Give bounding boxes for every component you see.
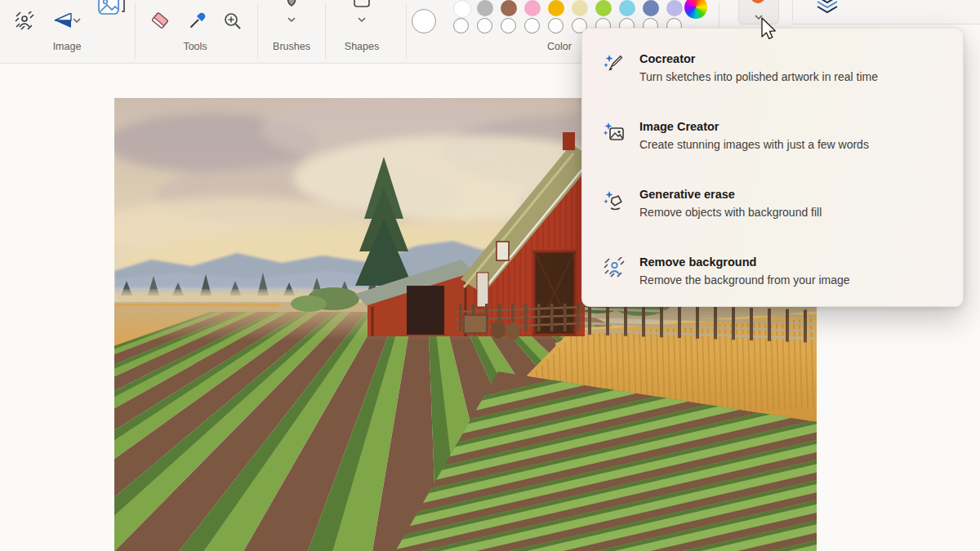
color-swatch[interactable] <box>453 0 471 18</box>
color-swatch-empty[interactable] <box>477 18 492 33</box>
color-swatch-empty[interactable] <box>524 18 540 33</box>
magnifier-tool-icon[interactable] <box>223 11 243 34</box>
menu-item-remove-background[interactable]: Remove background Remove the background … <box>582 255 963 297</box>
section-divider <box>406 3 407 59</box>
section-label-color: Color <box>547 41 572 52</box>
section-divider <box>325 3 326 59</box>
flip-rotate-icon[interactable] <box>54 13 74 31</box>
section-label-image: Image <box>53 41 82 52</box>
menu-item-description: Turn sketches into polished artwork in r… <box>639 69 878 86</box>
color-picker-tool-icon[interactable] <box>188 11 207 33</box>
menu-item-description: Create stunning images with just a few w… <box>639 136 869 153</box>
color-swatch[interactable] <box>595 0 612 16</box>
ribbon-toolbar-right <box>792 0 980 24</box>
copilot-chevron-icon[interactable] <box>754 14 764 20</box>
menu-item-title: Remove background <box>639 255 850 270</box>
cocreator-brush-sparkle-icon <box>604 54 626 76</box>
image-select-icon[interactable] <box>98 0 126 18</box>
menu-item-title: Generative erase <box>639 187 822 202</box>
copilot-dropdown-menu: Cocreator Turn sketches into polished ar… <box>581 28 964 307</box>
menu-item-image-creator[interactable]: Image Creator Create stunning images wit… <box>582 119 963 162</box>
menu-item-description: Remove objects with background fill <box>639 204 822 221</box>
shapes-chevron-icon[interactable] <box>357 16 367 23</box>
copilot-button[interactable] <box>738 0 779 24</box>
section-label-tools: Tools <box>183 41 207 52</box>
brushes-icon[interactable] <box>282 0 301 14</box>
menu-item-description: Remove the background from your image <box>639 272 850 289</box>
eraser-sparkle-icon <box>604 189 626 211</box>
section-divider <box>135 3 136 59</box>
color-swatch-empty[interactable] <box>501 18 516 33</box>
color-swatch[interactable] <box>619 0 635 16</box>
menu-item-generative-erase[interactable]: Generative erase Remove objects with bac… <box>582 187 963 229</box>
color-swatch[interactable] <box>548 0 564 16</box>
brushes-chevron-icon[interactable] <box>287 16 296 23</box>
color-swatch[interactable] <box>666 0 683 16</box>
shapes-icon[interactable] <box>353 0 371 11</box>
section-label-brushes: Brushes <box>273 41 310 52</box>
color-swatch[interactable] <box>477 0 493 16</box>
color-swatch[interactable] <box>501 0 517 16</box>
remove-background-tool-icon[interactable] <box>15 11 34 34</box>
color-swatch-empty[interactable] <box>453 18 469 33</box>
menu-item-title: Cocreator <box>639 51 878 67</box>
flip-rotate-chevron-icon[interactable] <box>72 17 82 24</box>
section-label-shapes: Shapes <box>345 41 379 52</box>
color-1-selector[interactable] <box>412 9 436 33</box>
image-sparkle-icon <box>604 122 626 144</box>
color-swatch[interactable] <box>524 0 541 16</box>
color-swatch[interactable] <box>643 0 659 16</box>
layers-icon[interactable] <box>815 0 840 20</box>
color-swatch-empty[interactable] <box>548 18 564 33</box>
section-divider <box>792 0 793 21</box>
person-hatch-icon <box>604 257 626 279</box>
color-swatch[interactable] <box>572 0 588 16</box>
copilot-icon <box>751 0 765 3</box>
menu-item-cocreator[interactable]: Cocreator Turn sketches into polished ar… <box>582 51 963 94</box>
edit-colors-wheel-icon[interactable] <box>684 0 707 19</box>
eraser-tool-icon[interactable] <box>150 11 170 33</box>
section-divider <box>257 3 258 59</box>
menu-item-title: Image Creator <box>639 119 869 135</box>
